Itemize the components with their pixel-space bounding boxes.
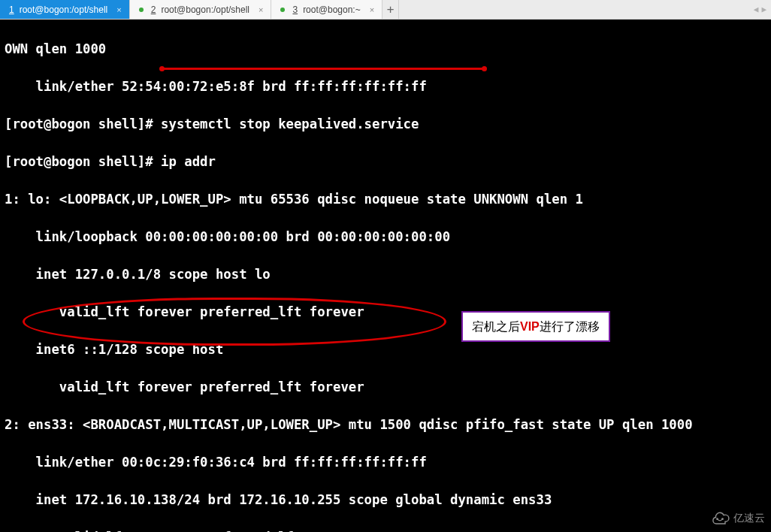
- terminal-line: link/ether 52:54:00:72:e5:8f brd ff:ff:f…: [5, 77, 766, 96]
- tab-prev-icon[interactable]: ◀: [754, 5, 759, 14]
- tab-1-num: 1: [9, 5, 14, 15]
- tab-1-close-icon[interactable]: ×: [115, 5, 122, 14]
- watermark: 亿速云: [709, 509, 765, 527]
- terminal-line: valid_lft forever preferred_lft forever: [5, 303, 766, 322]
- terminal-line: [root@bogon shell]# systemctl stop keepa…: [5, 115, 766, 134]
- tab-1-title: root@bogon:/opt/shell: [20, 5, 108, 15]
- new-tab-button[interactable]: +: [382, 0, 399, 19]
- terminal-line: inet6 ::1/128 scope host: [5, 340, 766, 359]
- annotation-text-suffix: 进行了漂移: [540, 320, 600, 333]
- annotation-text-prefix: 宕机之后: [472, 320, 520, 333]
- terminal-line: 1: lo: <LOOPBACK,UP,LOWER_UP> mtu 65536 …: [5, 190, 766, 209]
- tab-bar: 1 root@bogon:/opt/shell × 2 root@bogon:/…: [0, 0, 771, 20]
- tab-2-close-icon[interactable]: ×: [257, 5, 265, 14]
- annotation-text-vip: VIP: [520, 320, 540, 333]
- terminal-line: [root@bogon shell]# ip addr: [5, 153, 766, 171]
- tab-2[interactable]: 2 root@bogon:/opt/shell ×: [130, 0, 272, 19]
- terminal-line: inet 127.0.0.1/8 scope host lo: [5, 265, 766, 284]
- terminal[interactable]: OWN qlen 1000 link/ether 52:54:00:72:e5:…: [0, 20, 771, 532]
- tab-3-title: root@bogon:~: [303, 5, 361, 15]
- cloud-icon: [709, 512, 730, 525]
- terminal-line: valid_lft 1138sec preferred_lft 1138sec: [5, 528, 766, 532]
- tab-2-num: 2: [151, 5, 156, 15]
- tab-nav: ◀ ▶: [749, 0, 771, 19]
- tab-next-icon[interactable]: ▶: [761, 5, 766, 14]
- terminal-line: OWN qlen 1000: [5, 40, 766, 59]
- annotation-underline: [162, 68, 485, 70]
- terminal-line: link/ether 00:0c:29:f0:36:c4 brd ff:ff:f…: [5, 453, 766, 472]
- terminal-line: link/loopback 00:00:00:00:00:00 brd 00:0…: [5, 228, 766, 246]
- status-dot-icon: [139, 8, 144, 12]
- terminal-line: valid_lft forever preferred_lft forever: [5, 378, 766, 397]
- tab-1[interactable]: 1 root@bogon:/opt/shell ×: [0, 0, 130, 19]
- tab-3-num: 3: [292, 5, 298, 15]
- tab-3[interactable]: 3 root@bogon:~ ×: [271, 0, 382, 19]
- tab-3-close-icon[interactable]: ×: [368, 5, 376, 14]
- status-dot-icon: [280, 8, 285, 12]
- annotation-box: 宕机之后VIP进行了漂移: [461, 311, 610, 342]
- terminal-line: inet 172.16.10.138/24 brd 172.16.10.255 …: [5, 491, 766, 509]
- watermark-text: 亿速云: [733, 509, 765, 527]
- tab-2-title: root@bogon:/opt/shell: [161, 5, 249, 15]
- terminal-line: 2: ens33: <BROADCAST,MULTICAST,UP,LOWER_…: [5, 416, 766, 434]
